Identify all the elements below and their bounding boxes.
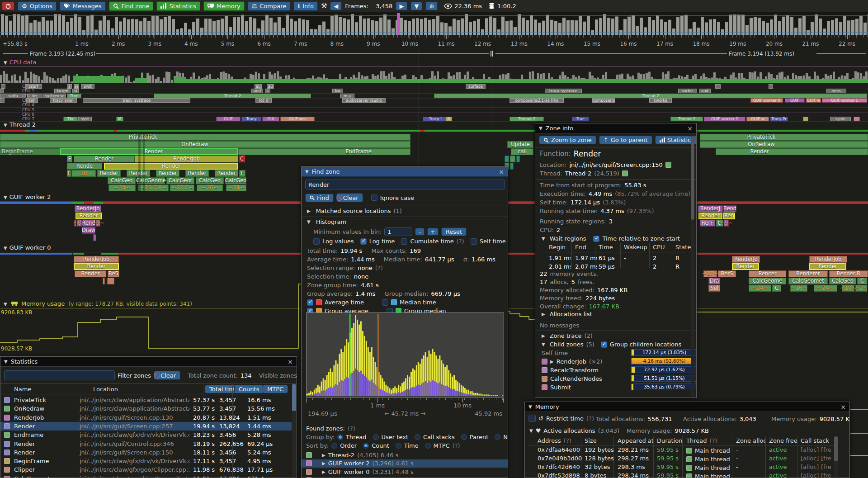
zone-info-title-bar[interactable]: ▼Zone info× [535, 123, 696, 133]
memory-cell: 0x7dfaa64e00 [538, 446, 580, 453]
wait-col-header: CPU [653, 244, 665, 251]
memory-cell: [alloc] [801, 472, 819, 478]
table-row[interactable]: BeginFramejni/../jni/src/claw/gfx/drv/vk… [0, 457, 292, 465]
ignore-case-checkbox[interactable] [371, 194, 377, 201]
wait-col-header: End [575, 244, 586, 251]
axis-tick [331, 398, 332, 400]
table-row[interactable]: Renderjni/../jni/src/guif/Control.cpp:34… [0, 440, 292, 448]
table-row[interactable]: 0x7dfc42d64032 bytes298.3 ms59.95 sMain … [525, 464, 832, 472]
table-row[interactable]: OnRedrawjni/../jni/src/claw/application/… [0, 404, 292, 413]
memory-scrollbar[interactable] [834, 436, 838, 461]
table-row[interactable]: 0x7e049b3d00128 bytes298.27 ms59.95 sMai… [525, 455, 832, 464]
zone-trace-toggle[interactable]: ▶Zone trace(2) [542, 332, 593, 339]
allocations-list-toggle[interactable]: ▶Allocations list [542, 311, 592, 317]
self-time-checkbox[interactable] [471, 238, 477, 245]
table-row[interactable]: EndFramejni/../jni/src/claw/gfx/drv/vk/D… [0, 431, 292, 439]
zone-color-swatch [4, 423, 10, 429]
histogram-toggle[interactable]: ▼Histogram [307, 218, 346, 225]
go-to-parent-button[interactable]: ↑Go to parent [599, 136, 652, 144]
zone-color-swatch [4, 406, 10, 412]
find-zone-query-input[interactable] [305, 180, 505, 189]
child-zone-row[interactable]: CalcRenderNodes51.51 µs (1.15%) [542, 375, 691, 382]
table-row[interactable]: Clipperjni/../jni/src/claw/gfx/geo/Clipp… [0, 465, 292, 474]
close-icon[interactable]: × [687, 125, 693, 132]
clear-filter-button[interactable]: ⃠Clear [154, 371, 180, 380]
statistics-title-bar[interactable]: ▼Statistics× [0, 357, 297, 367]
statistics-scrollbar[interactable] [292, 384, 296, 411]
memory-thread-cell: Main thread [686, 456, 730, 463]
radio-time[interactable] [396, 443, 401, 449]
matched-source-locations-toggle[interactable]: ▶Matched source locations(1) [307, 208, 402, 214]
cumulate-time-checkbox[interactable] [401, 238, 407, 245]
wait-col-header: State [675, 244, 691, 251]
wait-regions-toggle[interactable]: ▼Wait regionsTime relative to zone start [542, 235, 680, 242]
legend-checkbox[interactable] [382, 299, 388, 306]
radio-user-text[interactable] [373, 434, 379, 440]
wait-cell: - [624, 255, 626, 261]
found-zones-thread-row[interactable]: ▶Thread-2(4,105) 6.46 s [302, 451, 508, 459]
table-row[interactable]: RenderJobjni/../jni/src/guif/Screen.cpp:… [0, 413, 292, 422]
min-bin-input[interactable] [384, 227, 412, 236]
close-icon[interactable]: × [288, 358, 293, 365]
sort-counts-button[interactable]: Counts [234, 385, 264, 393]
radio-thread[interactable] [337, 434, 343, 440]
log-time-checkbox[interactable] [360, 238, 367, 245]
radio-order[interactable] [331, 443, 337, 449]
memory-cell: [alloc] [801, 464, 819, 470]
child-zone-row[interactable]: RecalcTransform72.92 µs (1.62%) [542, 367, 691, 374]
filter-zones-input[interactable] [4, 370, 115, 380]
child-time-bar: 72.92 µs (1.62%) [631, 366, 697, 373]
zoom-to-zone-button[interactable]: Zoom to zone [539, 136, 596, 144]
axis-tick [325, 398, 326, 400]
axis-tick [464, 398, 465, 400]
table-row[interactable]: PrivateTickjni/../jni/src/claw/applicati… [0, 396, 292, 404]
zone-info-scrollbar[interactable] [691, 136, 694, 220]
table-row[interactable]: 0x7dfaa64e00192 bytes298.21 ms59.95 sMai… [525, 446, 832, 455]
wait-cell: 2.07 ms [575, 263, 597, 270]
wait-col-header: Begin [549, 244, 566, 251]
zone-color-swatch [4, 458, 10, 464]
radio-call-stacks[interactable] [415, 434, 420, 440]
close-icon[interactable]: × [499, 168, 504, 175]
group-children-checkbox[interactable] [601, 341, 607, 348]
column-separator [672, 243, 672, 268]
table-row[interactable]: Renderjni/../jni/src/guif/Screen.cpp:150… [0, 448, 292, 457]
memory-cell: [fre [821, 464, 831, 470]
bar-text: 4.16 ms (92.60%) [632, 358, 697, 364]
find-zone-title-bar[interactable]: ▼Find zone× [302, 167, 508, 177]
close-icon[interactable]: × [840, 403, 846, 411]
bin-minus-button[interactable]: - [415, 228, 425, 236]
radio-count[interactable] [363, 443, 369, 449]
radio-no-groupi[interactable] [495, 434, 500, 440]
clear-button[interactable]: ⃠Clear [336, 193, 363, 202]
radio-mtpc[interactable] [425, 443, 431, 449]
bar-text: 35.63 µs (0.79%) [632, 384, 697, 390]
sort-mtpc-button[interactable]: MTPC [263, 385, 288, 393]
log-values-checkbox[interactable] [313, 238, 320, 245]
location-color-swatch[interactable] [665, 162, 671, 168]
child-zones-toggle[interactable]: ▼Child zones(5)Group children locations [542, 341, 681, 348]
find-button[interactable]: Find [305, 194, 334, 202]
table-row[interactable]: CalcGeometryjni/../jni/src/claw/graphics… [0, 474, 292, 478]
time-relative-checkbox[interactable] [593, 236, 599, 242]
found-zones-thread-row[interactable]: ▶GUIF worker 0(3,231) 4.48 s [302, 468, 508, 476]
axis-tick [376, 398, 376, 400]
wait-cell: 1.91 ms [549, 255, 571, 261]
bin-plus-button[interactable]: + [427, 228, 439, 236]
zone-timing-line: Execution time:4.49 ms(85.72% of average… [540, 190, 690, 197]
find-zone-histogram[interactable] [306, 312, 504, 398]
child-zone-row[interactable]: ▶RenderJob(×2)4.16 ms (92.60%) [542, 358, 691, 365]
zone-color-swatch [4, 467, 10, 473]
table-row[interactable]: 0x7dfc53d8988 bytes298.34 ms59.95 sMain … [525, 472, 832, 478]
found-zones-thread-row[interactable]: ▶GUIF worker 1(3,192) 4.39 s [302, 476, 508, 478]
table-row[interactable]: Renderjni/../jni/src/guif/Screen.cpp:257… [0, 422, 292, 431]
active-allocations-toggle[interactable]: ▼ ♥ Active allocations(3,043) Memory usa… [529, 427, 709, 434]
thread-color-swatch[interactable] [622, 170, 628, 176]
memory-title-bar[interactable]: ▼Memory× [525, 402, 849, 412]
radio-parent[interactable] [461, 434, 467, 440]
found-zones-thread-row[interactable]: ▶GUIF worker 2(3,296) 4.61 s [302, 459, 508, 468]
legend-checkbox[interactable] [307, 299, 313, 306]
restrict-time-checkbox[interactable] [528, 415, 536, 422]
child-zone-row[interactable]: Submit35.63 µs (0.79%) [542, 384, 691, 391]
bin-reset-button[interactable]: Reset [441, 227, 467, 236]
